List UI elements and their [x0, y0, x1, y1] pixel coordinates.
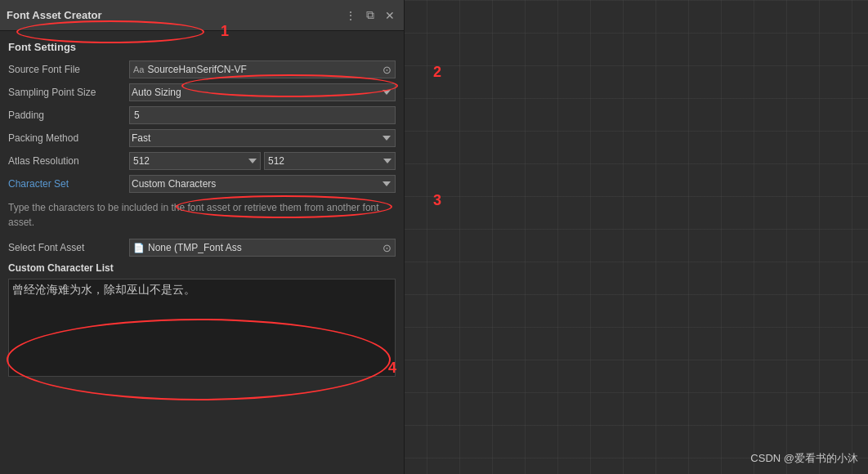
atlas-resolution-height-select[interactable]: 512 256 1024	[264, 152, 396, 170]
font-file-circle-icon[interactable]: ⊙	[383, 64, 391, 76]
font-asset-creator-panel: Font Asset Creator ⋮ ⧉ ✕ Font Settings S…	[0, 0, 405, 474]
sampling-point-size-label: Sampling Point Size	[8, 87, 129, 98]
font-settings-header: Font Settings	[0, 38, 404, 58]
background-grid	[394, 0, 868, 474]
character-set-row: Character Set Custom Characters ASCII Ex…	[0, 172, 404, 195]
character-set-select[interactable]: Custom Characters ASCII Extended ASCII U…	[129, 175, 396, 193]
atlas-resolution-row: Atlas Resolution 512 256 1024 512 256 10…	[0, 150, 404, 172]
atlas-resolution-width-select[interactable]: 512 256 1024	[129, 152, 261, 170]
atlas-resolution-label: Atlas Resolution	[8, 155, 129, 167]
atlas-resolution-control: 512 256 1024 512 256 1024	[129, 152, 396, 170]
watermark: CSDN @爱看书的小沐	[750, 451, 858, 466]
panel-content[interactable]: Font Settings Source Font File Aa Source…	[0, 31, 404, 474]
source-font-file-control: Aa SourceHanSerifCN-VF ⊙	[129, 60, 396, 78]
packing-method-select[interactable]: Fast Optimum	[129, 129, 396, 147]
padding-input[interactable]	[129, 106, 396, 124]
font-asset-field[interactable]: 📄 None (TMP_Font Ass ⊙	[129, 239, 396, 257]
custom-character-textarea[interactable]	[8, 279, 396, 377]
title-bar: Font Asset Creator ⋮ ⧉ ✕	[0, 0, 404, 31]
select-font-asset-control: 📄 None (TMP_Font Ass ⊙	[129, 239, 396, 257]
packing-method-label: Packing Method	[8, 132, 129, 144]
sampling-point-size-row: Sampling Point Size Auto Sizing	[0, 81, 404, 104]
font-asset-circle-icon[interactable]: ⊙	[383, 242, 391, 254]
title-bar-controls: ⋮ ⧉ ✕	[343, 8, 397, 23]
padding-row: Padding	[0, 104, 404, 127]
padding-control	[129, 106, 396, 124]
font-file-field[interactable]: Aa SourceHanSerifCN-VF ⊙	[129, 60, 396, 78]
padding-label: Padding	[8, 110, 129, 121]
character-set-label: Character Set	[8, 178, 129, 190]
select-font-asset-row: Select Font Asset 📄 None (TMP_Font Ass ⊙	[0, 236, 404, 259]
character-set-control: Custom Characters ASCII Extended ASCII U…	[129, 175, 396, 193]
maximize-icon[interactable]: ⧉	[363, 8, 378, 23]
panel-title: Font Asset Creator	[7, 9, 343, 21]
font-asset-value: None (TMP_Font Ass	[148, 242, 383, 253]
select-font-asset-label: Select Font Asset	[8, 242, 129, 253]
source-font-file-row: Source Font File Aa SourceHanSerifCN-VF …	[0, 58, 404, 81]
source-font-file-label: Source Font File	[8, 64, 129, 75]
sampling-point-size-control: Auto Sizing	[129, 83, 396, 101]
close-icon[interactable]: ✕	[383, 8, 397, 23]
hint-text: Type the characters to be included in th…	[0, 195, 404, 236]
font-file-name: SourceHanSerifCN-VF	[147, 64, 379, 75]
packing-method-row: Packing Method Fast Optimum	[0, 127, 404, 150]
menu-dots-icon[interactable]: ⋮	[343, 8, 358, 23]
packing-method-control: Fast Optimum	[129, 129, 396, 147]
atlas-resolution-wrapper: 512 256 1024 512 256 1024	[129, 152, 396, 170]
font-icon: Aa	[133, 65, 144, 74]
custom-character-list-header: Custom Character List	[0, 259, 404, 277]
doc-icon: 📄	[133, 243, 145, 253]
sampling-point-size-select[interactable]: Auto Sizing	[129, 83, 396, 101]
